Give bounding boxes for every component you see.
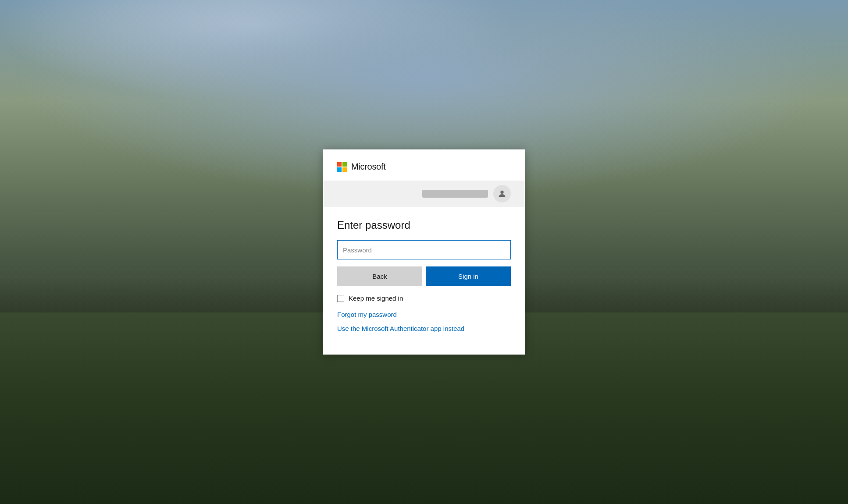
keep-signed-label[interactable]: Keep me signed in [349,295,403,302]
keep-signed-checkbox[interactable] [337,295,344,302]
user-bar [323,181,525,207]
microsoft-logo: Microsoft [337,162,511,172]
form-title: Enter password [337,219,511,231]
card-header: Microsoft [323,149,525,181]
logo-green [342,162,347,167]
buttons-row: Back Sign in [337,266,511,286]
back-button[interactable]: Back [337,266,422,286]
authenticator-row: Use the Microsoft Authenticator app inst… [337,325,511,333]
forgot-password-row: Forgot my password [337,311,511,319]
user-email-pill [422,190,488,198]
microsoft-text: Microsoft [351,162,385,172]
user-icon [497,189,507,199]
signin-button[interactable]: Sign in [426,266,511,286]
logo-yellow [342,167,347,172]
logo-blue [337,167,342,172]
login-card: Microsoft Enter password Back Sign in Ke… [323,149,525,355]
user-avatar-button[interactable] [493,185,511,202]
password-input[interactable] [337,240,511,259]
card-body: Enter password Back Sign in Keep me sign… [323,207,525,355]
svg-point-0 [500,191,503,194]
logo-red [337,162,342,167]
forgot-password-link[interactable]: Forgot my password [337,311,397,318]
authenticator-link[interactable]: Use the Microsoft Authenticator app inst… [337,325,464,332]
keep-signed-row: Keep me signed in [337,295,511,302]
ms-logo-grid [337,162,347,172]
